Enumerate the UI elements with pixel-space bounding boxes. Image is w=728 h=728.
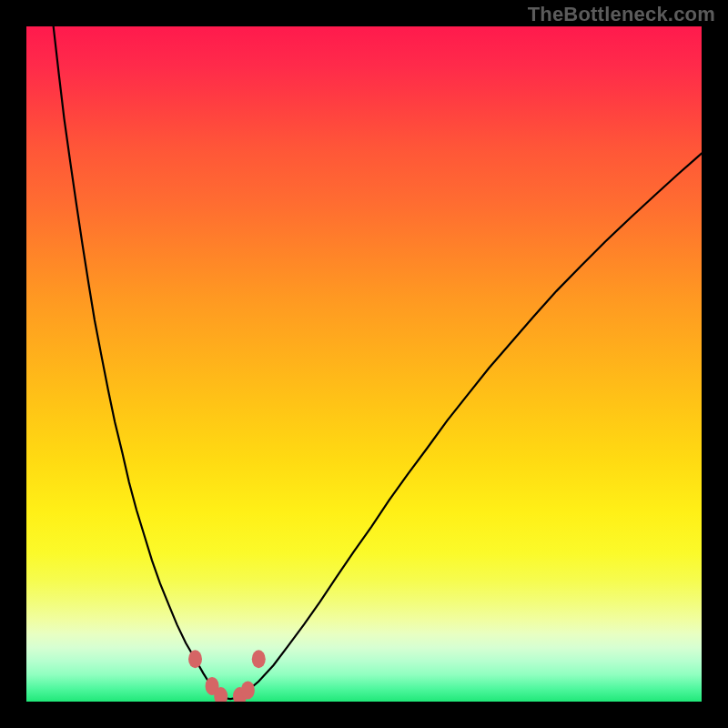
highlight-dot: [252, 650, 266, 668]
chart-frame: TheBottleneck.com: [0, 0, 728, 728]
highlight-dot: [188, 650, 202, 668]
highlight-dot: [241, 681, 255, 699]
plot-area: [26, 26, 702, 702]
marker-group: [188, 650, 266, 702]
watermark-text: TheBottleneck.com: [528, 3, 715, 26]
curve-svg: [26, 26, 702, 702]
bottleneck-curve: [54, 26, 702, 699]
